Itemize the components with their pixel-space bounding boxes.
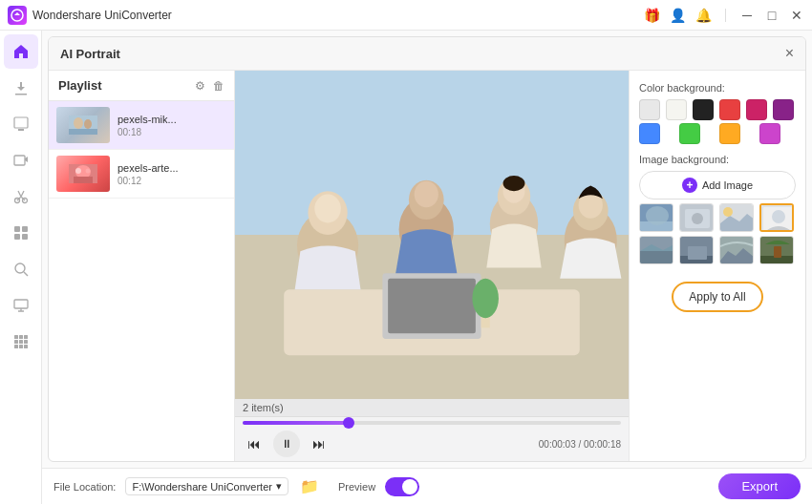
playlist-item[interactable]: pexels-mik... 00:18 (49, 101, 234, 150)
playback-controls: ⏮ ⏸ ⏭ (243, 430, 331, 457)
minimize-button[interactable]: ─ (739, 8, 755, 23)
dialog-title: AI Portrait (60, 47, 120, 61)
close-button[interactable]: ✕ (789, 8, 804, 23)
playlist-thumb-1 (56, 107, 110, 143)
svg-rect-12 (19, 335, 23, 339)
bottom-bar: File Location: F:\Wondershare UniConvert… (42, 468, 812, 504)
playlist-panel: Playlist ⚙ 🗑 (49, 71, 235, 461)
svg-rect-11 (14, 335, 18, 339)
color-swatch-purple[interactable] (773, 99, 794, 120)
svg-rect-17 (14, 345, 18, 348)
svg-rect-15 (19, 340, 23, 344)
image-thumb-5[interactable] (639, 236, 673, 264)
svg-point-48 (472, 279, 499, 318)
sidebar-item-upload[interactable] (4, 107, 38, 141)
app-title: Wondershare UniConverter (32, 9, 172, 22)
svg-rect-33 (388, 279, 476, 333)
color-swatches-row2 (639, 123, 796, 144)
right-panel: Color background: (629, 71, 805, 461)
notification-icon[interactable]: 🔔 (695, 8, 712, 23)
pause-button[interactable]: ⏸ (273, 430, 300, 457)
app-logo (8, 6, 27, 25)
next-button[interactable]: ⏭ (308, 432, 331, 455)
settings-icon[interactable]: ⚙ (195, 79, 205, 93)
sidebar-item-download[interactable] (4, 71, 38, 105)
color-swatch-red[interactable] (719, 99, 740, 120)
playlist-item-duration-1: 00:18 (118, 127, 226, 137)
browse-folder-button[interactable]: 📁 (298, 475, 321, 498)
svg-rect-6 (22, 226, 28, 232)
svg-rect-61 (640, 251, 673, 264)
color-swatch-white[interactable] (639, 99, 660, 120)
dialog-close-button[interactable]: × (785, 45, 794, 62)
export-button[interactable]: Export (718, 473, 801, 499)
svg-rect-16 (24, 340, 28, 344)
image-thumb-8[interactable] (759, 236, 794, 264)
apply-to-all-button[interactable]: Apply to All (672, 282, 762, 312)
image-thumb-7[interactable] (719, 236, 754, 264)
preview-toggle[interactable] (385, 477, 419, 496)
controls-row: ⏮ ⏸ ⏭ 00:00:03 / 00:00:18 (243, 429, 621, 459)
playlist-title: Playlist (58, 78, 102, 93)
svg-rect-18 (19, 345, 23, 348)
add-image-button[interactable]: + Add Image (639, 171, 796, 200)
svg-point-51 (646, 206, 669, 225)
color-swatches-row1 (639, 99, 796, 120)
sidebar-item-screen[interactable] (4, 288, 38, 323)
file-location-select[interactable]: F:\Wondershare UniConverter ▾ (125, 477, 288, 495)
svg-rect-67 (774, 246, 781, 258)
color-swatch-blue[interactable] (639, 123, 660, 144)
color-swatch-black[interactable] (693, 99, 714, 120)
content-area: AI Portrait × Playlist ⚙ 🗑 (42, 31, 812, 504)
maximize-button[interactable]: □ (764, 8, 780, 23)
title-bar-controls: 🎁 👤 🔔 ─ □ ✕ (644, 8, 804, 23)
gift-icon[interactable]: 🎁 (644, 8, 660, 23)
color-swatch-green[interactable] (679, 123, 700, 144)
delete-icon[interactable]: 🗑 (213, 79, 224, 93)
prev-button[interactable]: ⏮ (243, 432, 266, 455)
svg-point-28 (86, 169, 91, 174)
file-path-text: F:\Wondershare UniConverter (132, 481, 272, 493)
progress-fill (243, 421, 349, 425)
dialog-body: Playlist ⚙ 🗑 (49, 71, 805, 461)
sidebar-item-video[interactable] (4, 143, 38, 178)
image-thumb-2[interactable] (679, 203, 714, 232)
svg-rect-14 (14, 340, 18, 344)
svg-rect-7 (14, 234, 20, 240)
svg-point-21 (74, 117, 83, 129)
sidebar-item-grid[interactable] (4, 216, 38, 250)
color-swatch-orange[interactable] (719, 123, 740, 144)
playlist-item[interactable]: pexels-arte... 00:12 (49, 150, 234, 199)
progress-thumb (343, 417, 354, 429)
title-bar-left: Wondershare UniConverter (8, 6, 172, 25)
image-grid (639, 203, 796, 264)
image-bg-section: Image background: + Add Image (639, 154, 796, 264)
svg-point-9 (15, 263, 25, 273)
progress-bar[interactable] (243, 421, 621, 425)
playlist-actions: ⚙ 🗑 (195, 79, 224, 93)
sidebar-item-cut[interactable] (4, 179, 38, 214)
file-location-label: File Location: (53, 481, 116, 493)
title-bar: Wondershare UniConverter 🎁 👤 🔔 ─ □ ✕ (0, 0, 812, 31)
preview-area: 2 item(s) ⏮ ⏸ ⏭ 00:00:03 / 0 (235, 71, 629, 461)
color-swatch-light[interactable] (666, 99, 687, 120)
sidebar-item-search[interactable] (4, 252, 38, 286)
sidebar-item-home[interactable] (4, 34, 38, 69)
apply-all-container: Apply to All (639, 282, 796, 312)
time-display: 00:00:03 / 00:00:18 (539, 439, 621, 450)
svg-rect-1 (14, 117, 28, 128)
image-thumb-6[interactable] (679, 236, 714, 264)
playlist-items: pexels-mik... 00:18 (49, 101, 234, 461)
color-swatch-pink[interactable] (746, 99, 767, 120)
svg-rect-64 (688, 246, 707, 260)
sidebar-icons (0, 31, 42, 504)
image-thumb-4[interactable] (759, 203, 794, 232)
add-image-label: Add Image (702, 179, 753, 191)
sidebar-item-apps[interactable] (4, 325, 38, 359)
image-thumb-1[interactable] (639, 203, 673, 232)
color-swatch-violet[interactable] (759, 123, 780, 144)
user-icon[interactable]: 👤 (670, 8, 686, 23)
playlist-header: Playlist ⚙ 🗑 (49, 71, 234, 101)
image-thumb-3[interactable] (719, 203, 754, 232)
svg-rect-2 (14, 156, 25, 165)
